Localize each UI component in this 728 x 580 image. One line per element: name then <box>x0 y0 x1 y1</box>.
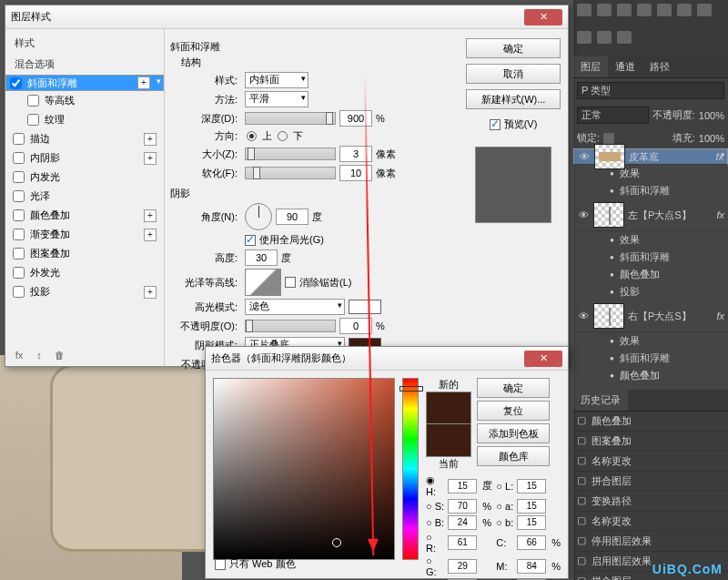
style-checkbox[interactable] <box>27 95 39 107</box>
style-checkbox[interactable] <box>13 152 25 164</box>
highlight-opacity-input[interactable]: 0 <box>339 318 372 334</box>
global-light-checkbox[interactable] <box>245 235 256 246</box>
close-icon[interactable]: ✕ <box>524 9 562 25</box>
style-item[interactable]: 等高线 <box>5 91 164 110</box>
fx-item[interactable]: 斜面和浮雕 <box>573 350 728 367</box>
styles-header[interactable]: 样式 <box>5 33 164 54</box>
blend-mode-select[interactable]: 正常 <box>577 107 649 124</box>
r-input[interactable]: 61 <box>448 535 477 550</box>
visibility-icon[interactable]: 👁 <box>577 310 590 321</box>
history-item[interactable]: 颜色叠加 <box>573 412 728 432</box>
s-input[interactable]: 70 <box>448 499 477 514</box>
style-item[interactable]: 描边+ <box>5 129 164 148</box>
dialog-titlebar[interactable]: 图层样式 ✕ <box>5 5 568 29</box>
layer-thumb[interactable] <box>593 303 624 329</box>
tab-channels[interactable]: 通道 <box>608 56 642 77</box>
add-icon[interactable]: + <box>144 286 157 299</box>
style-item[interactable]: 光泽 <box>5 187 164 206</box>
bval-input[interactable]: 24 <box>448 515 477 530</box>
history-item[interactable]: 名称更改 <box>573 512 728 532</box>
style-checkbox[interactable] <box>13 229 25 240</box>
highlight-mode-select[interactable]: 滤色 <box>245 299 345 315</box>
highlight-opacity-slider[interactable] <box>245 320 336 332</box>
lock-icon[interactable] <box>603 133 614 144</box>
blend-options-header[interactable]: 混合选项 <box>5 54 164 75</box>
tab-paths[interactable]: 路径 <box>642 56 677 77</box>
add-icon[interactable]: + <box>144 229 157 241</box>
b2-input[interactable]: 15 <box>517 515 546 530</box>
fill-value[interactable]: 100% <box>699 133 724 144</box>
history-item[interactable]: 图案叠加 <box>573 432 728 452</box>
picker-cancel-button[interactable]: 复位 <box>477 401 550 421</box>
m-input[interactable]: 84 <box>517 559 546 574</box>
tool-icon[interactable] <box>617 4 632 16</box>
tool-icon[interactable] <box>577 4 592 16</box>
fx-icon[interactable]: fx <box>11 350 27 361</box>
style-item[interactable]: 颜色叠加+ <box>5 206 164 225</box>
tab-layers[interactable]: 图层 <box>573 56 608 77</box>
a-input[interactable]: 15 <box>517 499 546 514</box>
history-item[interactable]: 停用图层效果 <box>573 532 728 552</box>
tab-history[interactable]: 历史记录 <box>573 390 628 411</box>
direction-down-radio[interactable] <box>278 131 288 141</box>
style-checkbox[interactable] <box>27 114 39 126</box>
fx-item[interactable]: 斜面和浮雕 <box>573 182 728 199</box>
history-item[interactable]: 名称更改 <box>573 452 728 472</box>
new-style-button[interactable]: 新建样式(W)... <box>466 89 561 109</box>
tool-icon[interactable] <box>677 4 692 16</box>
style-checkbox[interactable] <box>13 267 25 279</box>
layer-thumb[interactable] <box>593 202 624 228</box>
tool-icon[interactable] <box>697 4 712 16</box>
style-checkbox[interactable] <box>13 248 25 259</box>
current-color-swatch[interactable] <box>426 424 471 457</box>
layer-filter[interactable]: P 类型 <box>577 82 724 99</box>
angle-input[interactable]: 90 <box>276 209 308 225</box>
fx-header[interactable]: 效果 <box>573 231 728 249</box>
style-checkbox[interactable] <box>13 171 25 183</box>
history-item[interactable]: 拼合图层 <box>573 472 728 492</box>
tool-icon[interactable] <box>577 31 592 44</box>
visibility-icon[interactable]: 👁 <box>577 209 590 220</box>
tool-icon[interactable] <box>597 4 612 16</box>
arrow-up-icon[interactable]: ↕ <box>31 350 47 361</box>
add-icon[interactable]: + <box>144 209 157 222</box>
style-item[interactable]: 外发光 <box>5 263 164 282</box>
angle-dial[interactable] <box>245 203 272 230</box>
h-input[interactable]: 15 <box>448 479 477 494</box>
web-only-checkbox[interactable] <box>215 559 226 570</box>
history-item[interactable]: 变换路径 <box>573 492 728 512</box>
style-item[interactable]: 渐变叠加+ <box>5 225 164 244</box>
style-item[interactable]: 内发光 <box>5 168 164 187</box>
cancel-button[interactable]: 取消 <box>466 64 561 84</box>
style-checkbox[interactable] <box>13 190 25 202</box>
style-checkbox[interactable] <box>13 133 25 145</box>
direction-up-radio[interactable] <box>247 131 257 141</box>
depth-input[interactable]: 900 <box>339 110 372 127</box>
style-item[interactable]: 斜面和浮雕+ <box>5 75 164 91</box>
tool-icon[interactable] <box>597 31 612 44</box>
layer-name[interactable]: 皮革底 <box>629 150 659 164</box>
layer-name[interactable]: 左【P大点S】 <box>628 209 692 222</box>
close-icon[interactable]: ✕ <box>524 351 562 367</box>
depth-slider[interactable] <box>245 112 336 125</box>
layer-thumb[interactable] <box>594 144 625 169</box>
tool-icon[interactable] <box>657 4 672 16</box>
color-field[interactable] <box>213 378 395 560</box>
tool-icon[interactable] <box>637 4 652 16</box>
color-libraries-button[interactable]: 颜色库 <box>477 446 550 466</box>
style-item[interactable]: 投影+ <box>5 282 164 301</box>
l-input[interactable]: 15 <box>517 479 546 494</box>
fx-header[interactable]: 效果 <box>573 332 728 350</box>
size-slider[interactable] <box>245 148 336 160</box>
fx-item[interactable]: 斜面和浮雕 <box>573 249 728 266</box>
style-item[interactable]: 图案叠加 <box>5 244 164 263</box>
opacity-value[interactable]: 100% <box>699 110 724 121</box>
style-item[interactable]: 内阴影+ <box>5 148 164 168</box>
ok-button[interactable]: 确定 <box>466 38 561 58</box>
gloss-contour[interactable] <box>245 269 281 296</box>
picker-ok-button[interactable]: 确定 <box>477 378 550 398</box>
hue-slider[interactable] <box>402 378 419 560</box>
layer-name[interactable]: 右【P大点S】 <box>628 310 692 323</box>
add-icon[interactable]: + <box>144 133 157 146</box>
layer-row[interactable]: 👁皮革底fx <box>573 148 728 165</box>
